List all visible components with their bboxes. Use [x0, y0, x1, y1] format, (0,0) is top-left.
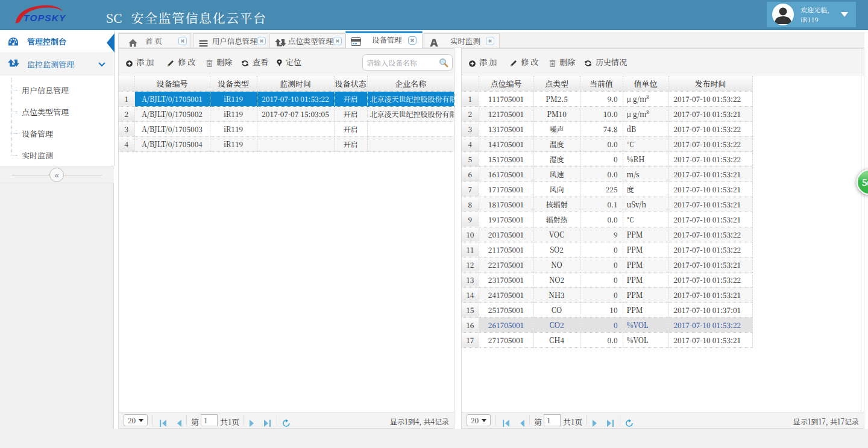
svg-text:TOPSKY: TOPSKY: [24, 13, 66, 23]
